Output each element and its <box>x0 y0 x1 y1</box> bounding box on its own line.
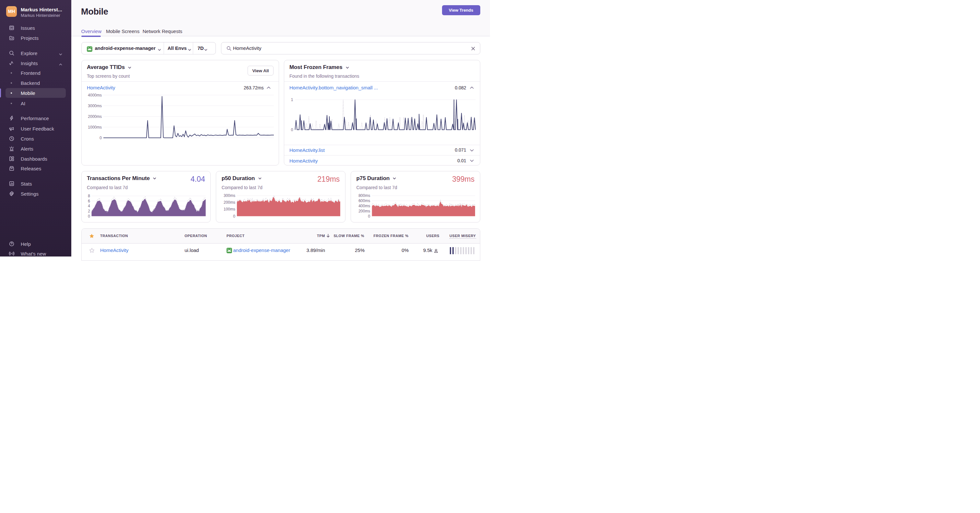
svg-text:300ms: 300ms <box>224 193 235 198</box>
svg-text:2000ms: 2000ms <box>88 114 102 119</box>
svg-text:0: 0 <box>100 136 102 140</box>
svg-text:1: 1 <box>291 97 293 102</box>
svg-text:0: 0 <box>88 214 90 218</box>
svg-text:100ms: 100ms <box>224 207 235 211</box>
svg-text:600ms: 600ms <box>358 199 370 203</box>
svg-text:1000ms: 1000ms <box>88 125 102 130</box>
svg-text:0: 0 <box>291 128 293 132</box>
svg-text:0: 0 <box>368 214 370 218</box>
svg-text:400ms: 400ms <box>358 204 370 208</box>
svg-text:2: 2 <box>88 209 90 213</box>
svg-text:200ms: 200ms <box>358 209 370 213</box>
svg-text:4000ms: 4000ms <box>88 93 102 97</box>
svg-text:4: 4 <box>88 204 90 208</box>
svg-text:8: 8 <box>88 194 90 198</box>
svg-text:6: 6 <box>88 199 90 203</box>
svg-text:0: 0 <box>233 214 235 218</box>
svg-text:200ms: 200ms <box>224 200 235 205</box>
svg-text:800ms: 800ms <box>358 193 370 198</box>
svg-text:3000ms: 3000ms <box>88 104 102 108</box>
